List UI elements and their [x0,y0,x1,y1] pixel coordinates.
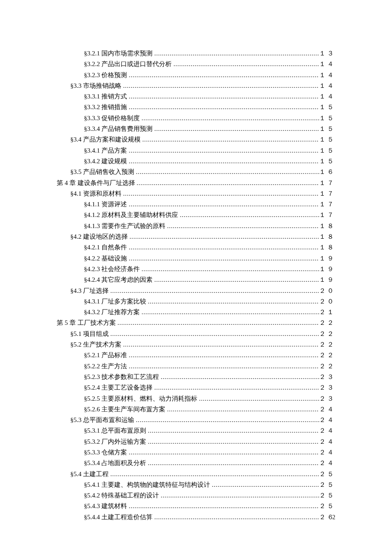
toc-entry-label: §3.3.4 产品销售费用预测 [84,124,153,134]
toc-leader-dots [127,146,319,156]
toc-entry: §4.2 建设地区的选择１８ [57,231,335,242]
toc-entry-label: §3.3.1 推销方式 [84,91,127,101]
toc-leader-dots [116,318,319,328]
toc-entry: §3.4.2 建设规模１５ [57,156,335,167]
toc-entry-page: １９ [319,275,335,285]
toc-leader-dots [127,199,319,210]
toc-entry: §3.3.3 促销价格制度１５ [57,113,335,124]
toc-leader-dots [127,501,319,512]
toc-entry-label: §5.2.1 产品标准 [84,350,127,360]
toc-leader-dots [153,124,319,134]
toc-leader-dots [134,415,319,425]
toc-entry-page: ２２ [319,318,335,328]
toc-leader-dots [140,307,319,318]
table-of-contents: §3.2.1 国内市场需求预测１３§3.2.2 产品出口或进口替代分析１４§3.… [57,48,335,523]
toc-entry-label: §4.2.2 基础设施 [84,253,127,263]
toc-entry-page: １７ [319,188,335,199]
toc-entry-label: §5.3.3 仓储方案 [84,447,127,457]
toc-entry: §5.1 项目组成２２ [57,329,335,339]
toc-leader-dots [153,49,319,59]
toc-entry: §3.3.1 推销方式１４ [57,91,335,102]
toc-entry-label: §5.1 项目组成 [70,329,109,339]
toc-leader-dots [127,102,319,113]
toc-leader-dots [127,156,319,167]
toc-entry: §4.2.2 基础设施１９ [57,253,335,264]
toc-entry-page: １５ [319,156,335,166]
toc-entry-label: §5.3.1 总平面布置原则 [84,425,146,436]
toc-entry: §5.4.1 主要建、构筑物的建筑特征与结构设计２５ [57,480,335,490]
toc-entry-label: §5.4.3 建筑材料 [84,501,127,511]
toc-leader-dots [153,275,319,285]
toc-entry: §5.3.2 厂内外运输方案２４ [57,436,335,447]
toc-leader-dots [141,135,319,145]
toc-leader-dots [165,405,319,415]
toc-leader-dots [127,243,319,253]
toc-entry: §4.1 资源和原材料１７ [57,188,335,199]
toc-entry-page: １９ [319,253,335,263]
toc-leader-dots [146,437,319,447]
toc-entry: §3.2.1 国内市场需求预测１３ [57,48,335,59]
toc-entry-page: ２５ [319,490,335,500]
toc-entry-page: ２３ [319,393,335,404]
toc-entry-page: １５ [319,124,335,134]
toc-leader-dots [135,178,319,188]
toc-leader-dots [140,113,319,124]
toc-entry-label: §4.3.2 厂址推荐方案 [84,307,140,317]
toc-entry-page: ２４ [319,425,335,436]
toc-leader-dots [153,383,319,393]
toc-entry-page: １８ [319,221,335,231]
toc-entry-label: §3.5 产品销售收入预测 [70,167,134,177]
toc-leader-dots [121,340,319,350]
toc-entry-page: ２２ [319,329,335,339]
toc-entry-page: ２４ [319,447,335,457]
toc-entry: §4.2.3 社会经济条件１９ [57,264,335,275]
toc-entry: §5.2.5 主要原材料、燃料、动力消耗指标２３ [57,393,335,404]
toc-entry: §4.2.1 自然条件１８ [57,242,335,253]
toc-entry: §4.2.4 其它应考虑的因素１９ [57,275,335,285]
toc-leader-dots [134,167,319,177]
toc-entry-page: ２３ [319,372,335,382]
toc-entry-page: ２２ [319,350,335,360]
toc-leader-dots [109,329,319,339]
toc-entry-page: ２５ [319,469,335,479]
toc-entry-page: １８ [319,242,335,252]
toc-leader-dots [109,469,319,480]
toc-entry: §5.2.6 主要生产车间布置方案２４ [57,404,335,415]
toc-entry-label: §4.1.2 原材料及主要辅助材料供应 [84,210,178,220]
toc-entry-label: §5.2.2 生产方法 [84,361,127,371]
toc-entry: §3.2.2 产品出口或进口替代分析１４ [57,59,335,69]
toc-entry-page: ２４ [319,404,335,414]
toc-entry-label: §3.4 产品方案和建设规模 [70,134,141,145]
toc-entry-label: §3.2.3 价格预测 [84,70,127,80]
toc-entry: §5.2.2 生产方法２２ [57,361,335,372]
toc-entry-label: §5.3.4 占地面积及分析 [84,458,146,468]
toc-leader-dots [127,92,319,102]
toc-entry-page: １４ [319,81,335,91]
toc-entry: §5.4.3 建筑材料２５ [57,501,335,512]
toc-entry-page: １７ [319,199,335,209]
toc-entry-label: §4.2 建设地区的选择 [70,231,128,242]
toc-entry-label: §5.3.2 厂内外运输方案 [84,436,146,447]
toc-leader-dots [121,189,319,199]
toc-entry: §4.3.1 厂址多方案比较２０ [57,296,335,307]
toc-entry: §5.3.1 总平面布置原则２４ [57,425,335,436]
toc-entry-page: ２１ [319,307,335,317]
toc-leader-dots [109,286,319,296]
toc-entry-label: §5.2.5 主要原材料、燃料、动力消耗指标 [84,393,197,404]
toc-entry-label: §3.4.1 产品方案 [84,145,127,156]
toc-leader-dots [159,372,319,382]
toc-entry: §3.4 产品方案和建设规模１５ [57,134,335,145]
footer-page-number: 2 [332,514,335,521]
toc-entry-label: 第 4 章 建设条件与厂址选择 [57,178,135,188]
toc-leader-dots [127,70,319,81]
toc-entry-label: §4.2.1 自然条件 [84,242,127,252]
toc-entry: §5.4 土建工程２５ [57,469,335,480]
toc-entry-label: §5.2.6 主要生产车间布置方案 [84,404,165,414]
toc-entry-label: §5.2 生产技术方案 [70,339,121,350]
toc-entry: 第 4 章 建设条件与厂址选择１７ [57,178,335,188]
toc-entry-page: １４ [319,70,335,80]
toc-entry: §5.2.1 产品标准２２ [57,350,335,361]
toc-entry: §3.3.2 推销措施１５ [57,102,335,113]
toc-leader-dots [178,210,319,220]
toc-entry-label: §4.1.1 资源评述 [84,199,127,209]
